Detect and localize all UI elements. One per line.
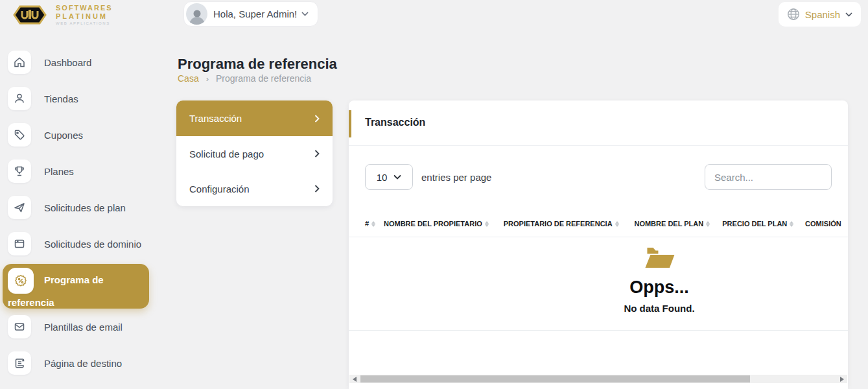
sidebar-item-pagina-de-destino[interactable]: Página de destino <box>0 345 156 381</box>
horizontal-scrollbar[interactable] <box>349 375 847 383</box>
breadcrumb-home-link[interactable]: Casa <box>178 73 199 84</box>
column-header-precio-del-plan[interactable]: PRECIO DEL PLAN <box>722 220 805 228</box>
sidebar-item-programa-de-referencia[interactable]: Programa de referencia <box>3 264 149 309</box>
column-header-index[interactable]: # <box>365 220 384 228</box>
entries-select-value: 10 <box>377 172 388 183</box>
sidebar-item-plantillas-de-email[interactable]: Plantillas de email <box>0 309 156 345</box>
brand-name-top: SOFTWARES <box>56 5 113 12</box>
sidebar-item-tiendas[interactable]: Tiendas <box>0 80 156 117</box>
chevron-right-icon <box>314 150 320 158</box>
sort-icon <box>371 221 375 228</box>
breadcrumb-separator: › <box>206 74 209 84</box>
panel-accent-bar <box>349 110 351 137</box>
panel-title: Transacción <box>349 100 848 146</box>
scroll-right-arrow-icon[interactable] <box>840 377 844 382</box>
home-icon <box>8 51 31 74</box>
breadcrumb-current: Programa de referencia <box>216 73 311 84</box>
empty-state: Opps... No data Found. <box>624 246 694 314</box>
submenu-item-solicitud-de-pago[interactable]: Solicitud de pago <box>176 136 333 171</box>
entries-per-page-label: entries per page <box>421 172 491 183</box>
chevron-right-icon <box>314 115 320 123</box>
sidebar-item-label: Página de destino <box>44 358 122 369</box>
submenu-item-label: Transacción <box>189 113 242 124</box>
sidebar-item-label: Cupones <box>44 130 83 141</box>
sidebar-item-planes[interactable]: Planes <box>0 153 156 189</box>
transactions-panel: Transacción 10 entries per page # NOMBRE… <box>349 100 848 389</box>
column-header-nombre-del-plan[interactable]: NOMBRE DEL PLAN <box>634 220 722 228</box>
page-title: Programa de referencia <box>178 56 337 73</box>
referral-submenu: Transacción Solicitud de pago Configurac… <box>176 100 333 206</box>
window-icon <box>8 232 31 255</box>
sidebar-item-label: Solicitudes de plan <box>44 202 126 213</box>
sidebar: Dashboard Tiendas Cupones <box>0 44 156 381</box>
sidebar-item-label: Tiendas <box>44 93 78 104</box>
user-menu[interactable]: Hola, Super Admin! <box>183 1 318 27</box>
mail-icon <box>8 315 31 338</box>
breadcrumb: Casa › Programa de referencia <box>178 73 311 84</box>
table-empty-row: Opps... No data Found. <box>349 237 848 331</box>
search-input[interactable] <box>705 164 832 190</box>
language-selector[interactable]: Spanish <box>779 2 861 27</box>
user-greeting: Hola, Super Admin! <box>213 8 297 19</box>
sidebar-item-cupones[interactable]: Cupones <box>0 117 156 153</box>
sort-icon <box>485 221 489 228</box>
sidebar-item-label: Plantillas de email <box>44 322 123 333</box>
column-header-nombre-del-propietario[interactable]: NOMBRE DEL PROPIETARIO <box>384 220 504 228</box>
chevron-right-icon <box>314 185 320 193</box>
scrollbar-thumb[interactable] <box>360 375 750 383</box>
sidebar-item-solicitudes-de-dominio[interactable]: Solicitudes de dominio <box>0 226 156 262</box>
trophy-icon <box>8 159 31 183</box>
chevron-down-icon <box>845 12 852 17</box>
sidebar-item-label: Solicitudes de dominio <box>44 239 141 250</box>
sort-icon <box>790 221 793 228</box>
send-icon <box>8 196 31 219</box>
sidebar-item-solicitudes-de-plan[interactable]: Solicitudes de plan <box>0 189 156 226</box>
open-folder-icon <box>643 246 675 270</box>
badge-percent-icon <box>8 268 34 294</box>
submenu-item-configuracion[interactable]: Configuración <box>176 171 333 206</box>
table-controls: 10 entries per page <box>365 164 832 190</box>
chevron-down-icon <box>301 12 309 16</box>
submenu-item-transaccion[interactable]: Transacción <box>176 100 333 136</box>
brand-name-bottom: PLATINUM <box>56 13 113 20</box>
language-label: Spanish <box>805 9 840 20</box>
brand-logo-icon <box>9 3 51 27</box>
user-icon <box>8 87 31 110</box>
tag-icon <box>8 123 31 147</box>
avatar <box>186 3 207 25</box>
sort-icon <box>615 221 619 228</box>
topbar: SOFTWARES PLATINUM WEB APPLICATIONS Hola… <box>0 0 868 31</box>
empty-state-message: No data Found. <box>624 303 694 314</box>
scroll-icon <box>8 351 31 375</box>
empty-state-title: Opps... <box>624 277 694 298</box>
globe-icon <box>787 8 800 21</box>
submenu-item-label: Solicitud de pago <box>189 148 264 159</box>
sidebar-item-label: Dashboard <box>44 57 91 68</box>
brand-logo[interactable]: SOFTWARES PLATINUM WEB APPLICATIONS <box>9 3 113 27</box>
column-header-comision[interactable]: COMISIÓN <box>805 220 848 228</box>
sort-icon <box>706 221 710 228</box>
table-header-row: # NOMBRE DEL PROPIETARIO PROPIETARIO DE … <box>349 211 848 237</box>
sidebar-item-dashboard[interactable]: Dashboard <box>0 44 156 80</box>
entries-per-page-select[interactable]: 10 <box>365 164 413 190</box>
submenu-item-label: Configuración <box>189 183 250 194</box>
scroll-left-arrow-icon[interactable] <box>353 377 357 382</box>
column-header-propietario-de-referencia[interactable]: PROPIETARIO DE REFERENCIA <box>504 220 635 228</box>
brand-tagline: WEB APPLICATIONS <box>56 21 113 25</box>
sidebar-item-label: Planes <box>44 166 74 177</box>
